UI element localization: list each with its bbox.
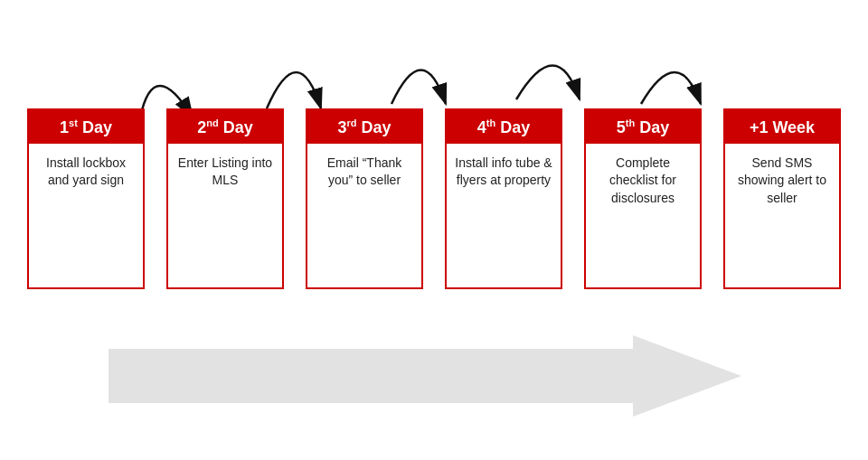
card-5-header: 5th Day — [586, 110, 700, 144]
card-day-2: 2nd Day Enter Listing into MLS — [166, 108, 284, 289]
card-day-5: 5th Day Complete checklist for disclosur… — [584, 108, 702, 289]
card-5-number: 5 — [617, 118, 626, 136]
card-2-body: Enter Listing into MLS — [168, 144, 282, 287]
card-1-number: 1 — [60, 118, 69, 136]
card-2-number: 2 — [197, 118, 206, 136]
card-4-header: 4th Day — [447, 110, 561, 144]
card-6-body: Send SMS showing alert to seller — [725, 144, 839, 287]
card-6-suffix: Week — [768, 118, 815, 136]
card-1-header: 1st Day — [29, 110, 143, 144]
card-5-body: Complete checklist for disclosures — [586, 144, 700, 287]
card-1-suffix: Day — [78, 118, 112, 136]
card-6-header: +1 Week — [725, 110, 839, 144]
cards-row: 1st Day Install lockbox and yard sign 2n… — [27, 108, 841, 289]
card-3-sup: rd — [346, 117, 356, 128]
curved-arrows — [0, 0, 868, 117]
card-4-number: 4 — [477, 118, 486, 136]
card-3-number: 3 — [337, 118, 346, 136]
card-week-1: +1 Week Send SMS showing alert to seller — [723, 108, 841, 289]
card-day-4: 4th Day Install info tube & flyers at pr… — [445, 108, 562, 289]
card-3-body: Email “Thank you” to seller — [307, 144, 421, 287]
card-3-suffix: Day — [356, 118, 391, 136]
card-5-suffix: Day — [635, 118, 669, 136]
card-4-sup: th — [486, 117, 495, 128]
card-5-sup: th — [626, 117, 635, 128]
svg-marker-1 — [108, 335, 741, 417]
card-3-header: 3rd Day — [307, 110, 421, 144]
card-4-body: Install info tube & flyers at property — [447, 144, 561, 287]
card-1-body: Install lockbox and yard sign — [29, 144, 143, 287]
card-2-sup: nd — [206, 117, 218, 128]
card-day-3: 3rd Day Email “Thank you” to seller — [306, 108, 423, 289]
card-day-1: 1st Day Install lockbox and yard sign — [27, 108, 145, 289]
progress-arrow — [108, 335, 741, 417]
card-2-suffix: Day — [219, 118, 253, 136]
card-4-suffix: Day — [495, 118, 530, 136]
card-1-sup: st — [69, 117, 78, 128]
card-6-number: +1 — [750, 118, 769, 136]
scene: 1st Day Install lockbox and yard sign 2n… — [0, 0, 868, 460]
card-2-header: 2nd Day — [168, 110, 282, 144]
